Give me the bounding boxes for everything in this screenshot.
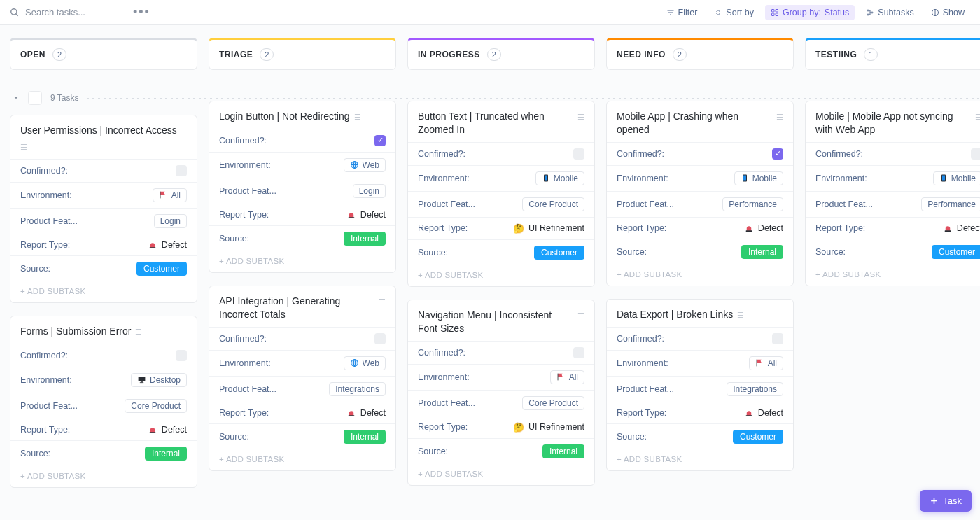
add-subtask-button[interactable]: + ADD SUBTASK [209, 449, 396, 465]
report-type-value[interactable]: Defect [346, 210, 386, 220]
column-header[interactable]: NEED INFO 2 [606, 38, 794, 70]
product-pill[interactable]: Performance [722, 197, 783, 211]
column-header[interactable]: IN PROGRESS 2 [407, 38, 595, 70]
filter-button[interactable]: Filter [661, 5, 704, 20]
sortby-button[interactable]: Sort by [708, 5, 760, 20]
environment-pill[interactable]: Desktop [131, 373, 187, 387]
source-badge[interactable]: Internal [542, 444, 584, 458]
confirmed-checkbox[interactable] [573, 148, 584, 160]
svg-line-1 [16, 13, 18, 15]
source-badge[interactable]: Customer [534, 246, 584, 260]
environment-pill[interactable]: Mobile [933, 171, 980, 185]
report-type-value[interactable]: Defect [148, 240, 187, 250]
column-header[interactable]: TESTIING 1 [805, 38, 980, 70]
environment-pill[interactable]: All [550, 370, 584, 384]
source-badge[interactable]: Internal [344, 430, 386, 444]
source-badge[interactable]: Internal [741, 245, 783, 259]
product-pill[interactable]: Core Product [522, 197, 584, 211]
environment-pill[interactable]: All [749, 356, 783, 370]
description-icon: ☰ [737, 310, 744, 321]
search-input[interactable] [25, 7, 123, 17]
card-title: API Integration | Generating Incorrect T… [209, 295, 396, 327]
task-card[interactable]: Forms | Submission Error☰ Confirmed?: En… [10, 316, 197, 488]
task-card[interactable]: Login Button | Not Redirecting☰ Confirme… [209, 101, 396, 273]
environment-pill[interactable]: Mobile [536, 171, 584, 185]
field-product-feature: Product Feat... Core Product [408, 191, 594, 217]
field-label: Report Type: [617, 223, 666, 233]
source-badge[interactable]: Internal [344, 232, 386, 246]
report-type-value[interactable]: Defect [346, 408, 386, 418]
add-subtask-button[interactable]: + ADD SUBTASK [408, 265, 594, 281]
source-badge[interactable]: Internal [145, 447, 187, 461]
description-icon: ☰ [379, 297, 386, 307]
report-type-icon [744, 223, 754, 232]
column-title: IN PROGRESS [418, 50, 480, 59]
new-task-label: Task [943, 496, 962, 506]
column-header[interactable]: TRIAGE 2 [209, 38, 396, 70]
confirmed-checkbox[interactable] [971, 148, 980, 160]
add-subtask-button[interactable]: + ADD SUBTASK [607, 449, 793, 465]
environment-value: Desktop [150, 375, 181, 385]
product-pill[interactable]: Core Product [522, 396, 584, 410]
report-type-value[interactable]: Defect [148, 425, 187, 435]
environment-pill[interactable]: All [153, 188, 187, 202]
task-card[interactable]: Mobile App | Crashing when opened☰ Confi… [606, 101, 794, 286]
confirmed-checkbox[interactable] [374, 333, 386, 344]
task-card[interactable]: API Integration | Generating Incorrect T… [209, 286, 396, 471]
column-header[interactable]: OPEN 2 [10, 38, 197, 70]
field-report-type: Report Type: Defect [806, 217, 980, 239]
field-label: Report Type: [20, 425, 70, 435]
field-label: Report Type: [617, 408, 666, 418]
show-button[interactable]: Show [925, 5, 970, 20]
field-label: Source: [816, 247, 846, 257]
confirmed-checkbox[interactable] [176, 350, 187, 361]
confirmed-checkbox[interactable]: ✓ [374, 135, 386, 146]
confirmed-checkbox[interactable]: ✓ [772, 148, 783, 160]
field-product-feature: Product Feat... Login [10, 208, 197, 234]
group-color-swatch[interactable] [28, 91, 42, 105]
description-icon: ☰ [135, 327, 142, 337]
report-type-value[interactable]: Defect [744, 223, 783, 233]
task-card[interactable]: Mobile | Mobile App not syncing with Web… [805, 101, 980, 286]
report-type-icon [148, 425, 158, 434]
environment-value: Mobile [951, 174, 976, 183]
source-badge[interactable]: Customer [733, 430, 783, 444]
new-task-button[interactable]: Task [920, 490, 972, 512]
field-label: Confirmed?: [20, 166, 68, 176]
task-card[interactable]: Navigation Menu | Inconsistent Font Size… [407, 300, 595, 486]
add-subtask-button[interactable]: + ADD SUBTASK [806, 265, 980, 280]
product-pill[interactable]: Login [154, 214, 187, 228]
add-subtask-button[interactable]: + ADD SUBTASK [10, 281, 197, 297]
product-pill[interactable]: Performance [921, 197, 980, 211]
product-pill[interactable]: Integrations [727, 382, 783, 396]
groupby-button[interactable]: Group by: Status [765, 5, 855, 20]
field-label: Source: [219, 432, 249, 442]
confirmed-checkbox[interactable] [176, 165, 187, 176]
field-report-type: Report Type: Defect [209, 402, 396, 423]
chevron-down-icon[interactable] [13, 94, 20, 101]
environment-pill[interactable]: Mobile [734, 171, 783, 185]
task-card[interactable]: Data Export | Broken Links☰ Confirmed?: … [606, 299, 794, 471]
environment-pill[interactable]: Web [344, 158, 386, 172]
product-pill[interactable]: Login [353, 184, 386, 198]
add-subtask-button[interactable]: + ADD SUBTASK [209, 251, 396, 267]
add-subtask-button[interactable]: + ADD SUBTASK [408, 464, 594, 479]
report-type-value[interactable]: Defect [943, 223, 980, 233]
confirmed-checkbox[interactable] [573, 347, 584, 358]
board: OPEN 2 9 Tasks User Permissions | Incorr… [0, 25, 980, 498]
source-badge[interactable]: Customer [136, 262, 187, 276]
subtasks-button[interactable]: Subtasks [860, 5, 919, 20]
task-card[interactable]: User Permissions | Incorrect Access☰ Con… [10, 115, 197, 303]
task-card[interactable]: Button Text | Truncated when Zoomed In☰ … [407, 101, 595, 287]
add-subtask-button[interactable]: + ADD SUBTASK [10, 466, 197, 482]
product-pill[interactable]: Core Product [125, 399, 187, 413]
source-badge[interactable]: Customer [932, 245, 980, 259]
environment-pill[interactable]: Web [344, 356, 386, 370]
more-menu-icon[interactable]: ••• [129, 5, 155, 20]
report-type-value[interactable]: 🤔UI Refinement [513, 422, 584, 433]
report-type-value[interactable]: 🤔UI Refinement [513, 223, 584, 234]
product-pill[interactable]: Integrations [329, 382, 386, 396]
confirmed-checkbox[interactable] [772, 333, 783, 344]
report-type-value[interactable]: Defect [744, 408, 783, 418]
add-subtask-button[interactable]: + ADD SUBTASK [607, 265, 793, 280]
